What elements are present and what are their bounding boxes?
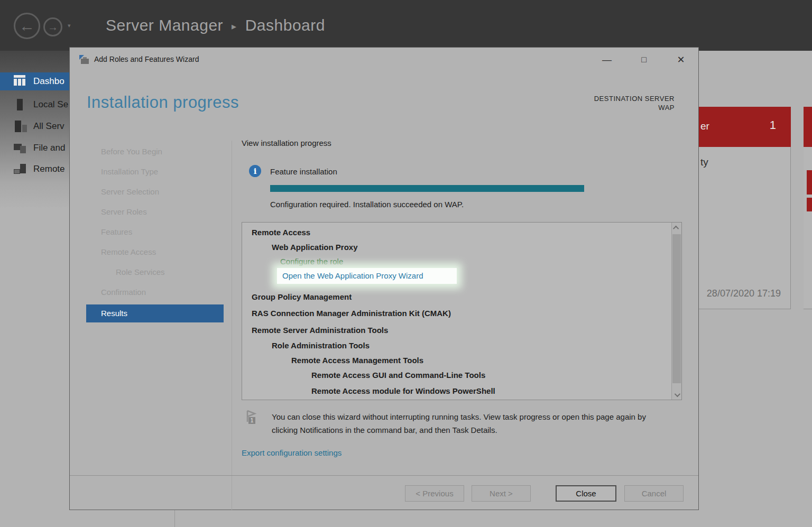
tile-row-fragment: ty <box>700 156 708 168</box>
steps-content-divider <box>232 141 232 511</box>
sidebar-item-label: Local Se <box>33 99 68 110</box>
breadcrumb-page[interactable]: Dashboard <box>245 16 325 34</box>
destination-server-name: WAP <box>594 103 675 112</box>
history-dropdown-icon[interactable]: ▾ <box>68 22 71 29</box>
step-before-you-begin[interactable]: Before You Begin <box>86 142 224 162</box>
installation-progress-fill <box>270 185 584 192</box>
tile-red-fragment <box>807 198 812 211</box>
cancel-button[interactable]: Cancel <box>624 485 684 502</box>
sidebar-item-label: Dashbo <box>33 76 64 87</box>
tile-timestamp: 28/07/2020 17:19 <box>707 288 781 299</box>
tile-title-fragment: er <box>700 121 709 132</box>
scroll-up-icon[interactable] <box>672 223 681 233</box>
top-app-bar: ← → ▾ Server Manager ▸ Dashboard <box>0 0 812 51</box>
dashboard-tile-partial <box>804 107 812 309</box>
step-server-roles[interactable]: Server Roles <box>86 202 224 222</box>
tile-red-fragment <box>807 170 812 195</box>
result-item: Remote Server Administration Tools <box>252 326 388 335</box>
breadcrumb-root[interactable]: Server Manager <box>106 16 223 34</box>
next-button[interactable]: Next > <box>472 485 531 502</box>
step-confirmation[interactable]: Confirmation <box>86 282 224 302</box>
destination-server-block: DESTINATION SERVER WAP <box>594 94 675 112</box>
result-item: Group Policy Management <box>252 292 352 301</box>
installation-status-text: Configuration required. Installation suc… <box>270 200 464 209</box>
previous-button[interactable]: < Previous <box>405 485 464 502</box>
all-servers-icon <box>14 120 27 133</box>
page-title: Installation progress <box>87 93 239 112</box>
info-icon: i <box>249 165 261 177</box>
forward-button[interactable]: → <box>43 17 62 36</box>
breadcrumb: Server Manager ▸ Dashboard <box>106 0 325 51</box>
result-item: RAS Connection Manager Administration Ki… <box>252 309 451 318</box>
feature-installation-label: Feature installation <box>270 167 337 176</box>
step-results[interactable]: Results <box>86 304 224 322</box>
local-server-icon <box>14 98 27 111</box>
forward-arrow-icon: → <box>48 21 58 33</box>
sidebar-item-all-servers[interactable]: All Serv <box>0 117 69 135</box>
notification-badge: 1 <box>251 418 254 423</box>
dashboard-icon <box>14 75 27 88</box>
wizard-note-text: You can close this wizard without interr… <box>272 410 664 437</box>
dialog-titlebar[interactable]: Add Roles and Features Wizard — □ ✕ <box>70 48 698 72</box>
remote-access-icon <box>14 163 27 175</box>
list-scrollbar[interactable] <box>671 223 681 400</box>
destination-server-label: DESTINATION SERVER <box>594 94 675 103</box>
sidebar-item-dashboard[interactable]: Dashbo <box>0 72 69 90</box>
minimize-icon[interactable]: — <box>593 52 621 68</box>
result-item: Remote Access GUI and Command-Line Tools <box>311 371 485 380</box>
sidebar-item-label: Remote <box>33 164 65 174</box>
maximize-icon[interactable]: □ <box>630 52 658 68</box>
configure-role-link[interactable]: Configure the role <box>280 257 343 266</box>
close-button[interactable]: Close <box>556 485 616 502</box>
result-item: Web Application Proxy <box>272 243 358 252</box>
sidebar-item-label: All Serv <box>33 121 64 132</box>
open-wap-wizard-link[interactable]: Open the Web Application Proxy Wizard <box>277 268 457 284</box>
sidebar-item-remote[interactable]: Remote <box>0 160 69 178</box>
result-item: Remote Access module for Windows PowerSh… <box>311 386 495 395</box>
footer-separator <box>70 475 698 476</box>
dashboard-tile-header[interactable]: er 1 <box>699 107 791 147</box>
result-item: Remote Access <box>252 228 310 237</box>
export-configuration-link[interactable]: Export configuration settings <box>242 448 342 457</box>
sidebar-item-label: File and <box>33 143 65 153</box>
scroll-down-icon[interactable] <box>672 390 681 400</box>
step-role-services[interactable]: Role Services <box>86 262 224 282</box>
notification-flag-icon: 1 <box>244 409 258 429</box>
scrollbar-thumb[interactable] <box>672 234 681 383</box>
step-server-selection[interactable]: Server Selection <box>86 182 224 202</box>
sidebar-item-local-server[interactable]: Local Se <box>0 96 69 114</box>
step-features[interactable]: Features <box>86 222 224 242</box>
file-storage-icon <box>14 142 27 154</box>
close-icon[interactable]: ✕ <box>667 52 695 68</box>
sidebar: Dashbo Local Se All Serv File and Remote <box>0 51 69 527</box>
wizard-icon <box>79 55 90 64</box>
background-tile-edge <box>174 510 175 527</box>
step-remote-access[interactable]: Remote Access <box>86 242 224 262</box>
add-roles-features-wizard-dialog: Add Roles and Features Wizard — □ ✕ Inst… <box>69 47 699 510</box>
result-item: Remote Access Management Tools <box>291 356 423 365</box>
highlight-box: Open the Web Application Proxy Wizard <box>277 268 457 284</box>
sidebar-item-file-storage[interactable]: File and <box>0 139 69 157</box>
breadcrumb-separator-icon: ▸ <box>232 19 237 32</box>
dashboard-tile: er 1 ty 28/07/2020 17:19 <box>699 107 791 309</box>
back-arrow-icon: ← <box>19 17 35 35</box>
installation-results-list[interactable]: Remote Access Web Application Proxy Conf… <box>242 222 682 400</box>
wizard-steps-nav: Before You Begin Installation Type Serve… <box>86 142 224 322</box>
dashboard-tile-partial-header <box>804 107 812 147</box>
section-title: View installation progress <box>242 138 331 147</box>
dialog-title: Add Roles and Features Wizard <box>94 55 199 63</box>
back-button[interactable]: ← <box>14 13 40 39</box>
result-item: Role Administration Tools <box>272 341 370 350</box>
tile-alert-count: 1 <box>770 118 776 132</box>
installation-progress-bar <box>270 185 584 192</box>
step-installation-type[interactable]: Installation Type <box>86 162 224 182</box>
